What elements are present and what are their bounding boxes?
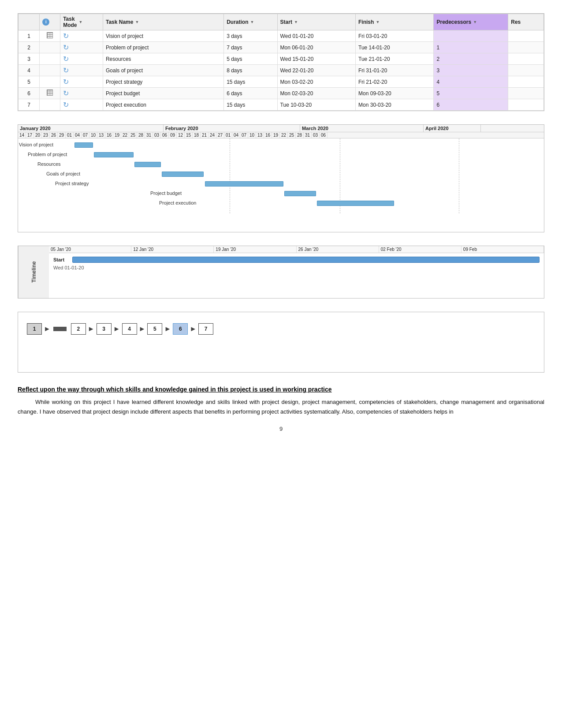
th-num <box>19 14 40 30</box>
th-taskmode-label: TaskMode <box>63 16 77 28</box>
gantt-row-3: Resources <box>18 160 544 169</box>
gantt-date-cell: 24 <box>208 132 216 138</box>
gantt-date-cell: 07 <box>240 132 248 138</box>
timeline-start-date-label: Wed 01-01-20 <box>49 263 544 272</box>
cell-duration: 15 days <box>224 76 277 88</box>
table-row: 2 ↻ Problem of project 7 days Mon 06-01-… <box>19 42 544 53</box>
cell-pred: 1 <box>434 42 508 53</box>
gantt-label-6: Project budget <box>150 190 182 196</box>
cell-taskmode: ↻ <box>60 65 103 76</box>
gantt-label-5: Project strategy <box>55 181 89 186</box>
th-predecessors[interactable]: Predecessors ▼ <box>434 14 508 30</box>
timeline-content: 05 Jan '20 12 Jan '20 19 Jan '20 26 Jan … <box>49 246 544 298</box>
cell-finish: Tue 21-01-20 <box>356 53 434 65</box>
cell-pred: 6 <box>434 99 508 111</box>
cell-res <box>508 53 544 65</box>
gantt-date-cell: 22 <box>280 132 288 138</box>
text-section: Reflect upon the way through which skill… <box>18 386 544 417</box>
gantt-row-5: Project strategy <box>18 179 544 189</box>
cell-num: 7 <box>19 99 40 111</box>
table-row: 4 ↻ Goals of project 8 days Wed 22-01-20… <box>19 65 544 76</box>
gantt-date-cell: 17 <box>26 132 34 138</box>
section-heading: Reflect upon the way through which skill… <box>18 386 544 393</box>
gantt-date-cell: 16 <box>264 132 272 138</box>
th-start-label: Start <box>280 19 292 25</box>
gantt-date-cell: 09 <box>169 132 177 138</box>
cell-taskname: Resources <box>103 53 223 65</box>
gantt-date-cell: 23 <box>42 132 50 138</box>
cell-num: 6 <box>19 88 40 99</box>
cell-res <box>508 99 544 111</box>
cell-num: 4 <box>19 65 40 76</box>
network-node-1: 1 <box>27 323 42 335</box>
gantt-date-cell: 31 <box>145 132 153 138</box>
month-jan: January 2020 <box>18 125 164 132</box>
cell-taskmode: ↻ <box>60 88 103 99</box>
th-res: Res <box>508 14 544 30</box>
gantt-date-cell: 13 <box>97 132 105 138</box>
month-mar: March 2020 <box>300 125 424 132</box>
network-arrow-6-7: ► <box>188 325 198 333</box>
cell-duration: 8 days <box>224 65 277 76</box>
gantt-date-cell: 01 <box>224 132 232 138</box>
cell-res <box>508 65 544 76</box>
tdate-4: 26 Jan '20 <box>297 246 379 253</box>
network-arrow-5-6: ► <box>162 325 173 333</box>
info-icon: i <box>42 19 49 26</box>
cell-grid <box>40 99 60 111</box>
network-arrow-3-4: ► <box>112 325 122 333</box>
cell-pred <box>434 30 508 42</box>
th-duration-label: Duration <box>227 19 248 25</box>
network-arrow-4-5: ► <box>137 325 148 333</box>
month-apr: April 2020 <box>424 125 481 132</box>
gantt-row-1: Vision of project <box>18 140 544 150</box>
cell-taskmode: ↻ <box>60 30 103 42</box>
pred-sort-icon: ▼ <box>473 20 477 24</box>
cell-taskmode: ↻ <box>60 42 103 53</box>
th-taskname[interactable]: Task Name ▼ <box>103 14 223 30</box>
gantt-bar-6 <box>284 191 316 196</box>
cell-finish: Mon 30-03-20 <box>356 99 434 111</box>
taskmode-sort-icon: ▼ <box>79 20 83 24</box>
network-diagram-section: 1 ► 2 ► 3 ► 4 ► 5 ► 6 ► 7 <box>18 312 544 373</box>
gantt-date-cell: 28 <box>296 132 304 138</box>
cell-grid <box>40 53 60 65</box>
cell-taskname: Vision of project <box>103 30 223 42</box>
th-duration[interactable]: Duration ▼ <box>224 14 277 30</box>
gantt-bar-5 <box>205 181 283 187</box>
cell-duration: 7 days <box>224 42 277 53</box>
gantt-date-cell: 06 <box>320 132 328 138</box>
network-node-3: 3 <box>97 323 112 335</box>
gantt-bar-3 <box>134 162 161 167</box>
cell-finish: Mon 09-03-20 <box>356 88 434 99</box>
cell-grid <box>40 30 60 42</box>
cell-num: 3 <box>19 53 40 65</box>
gantt-date-cell: 10 <box>89 132 97 138</box>
th-taskmode[interactable]: TaskMode ▼ <box>60 14 103 30</box>
gantt-date-cell: 15 <box>185 132 193 138</box>
cell-taskmode: ↻ <box>60 99 103 111</box>
cell-duration: 15 days <box>224 99 277 111</box>
th-info: i <box>40 14 60 30</box>
network-node-4: 4 <box>122 323 137 335</box>
cell-finish: Fri 21-02-20 <box>356 76 434 88</box>
timeline-dates: 05 Jan '20 12 Jan '20 19 Jan '20 26 Jan … <box>49 246 544 253</box>
gantt-table-section: i TaskMode ▼ Task Name ▼ Durati <box>18 13 544 111</box>
cell-res <box>508 88 544 99</box>
gantt-date-cell: 04 <box>232 132 240 138</box>
th-finish[interactable]: Finish ▼ <box>356 14 434 30</box>
th-start[interactable]: Start ▼ <box>277 14 355 30</box>
cell-start: Wed 01-01-20 <box>277 30 355 42</box>
gantt-date-cell: 01 <box>66 132 74 138</box>
taskname-sort-icon: ▼ <box>135 20 139 24</box>
gantt-date-cell: 06 <box>161 132 169 138</box>
cell-grid <box>40 65 60 76</box>
network-node-7: 7 <box>198 323 213 335</box>
gantt-row-4: Goals of project <box>18 169 544 179</box>
timeline-bar-area: Start Wed 01-01-20 <box>49 253 544 274</box>
cell-taskmode: ↻ <box>60 53 103 65</box>
gantt-label-2: Problem of project <box>28 152 67 157</box>
tdate-2: 12 Jan '20 <box>131 246 214 253</box>
cell-pred: 4 <box>434 76 508 88</box>
cell-taskname: Goals of project <box>103 65 223 76</box>
